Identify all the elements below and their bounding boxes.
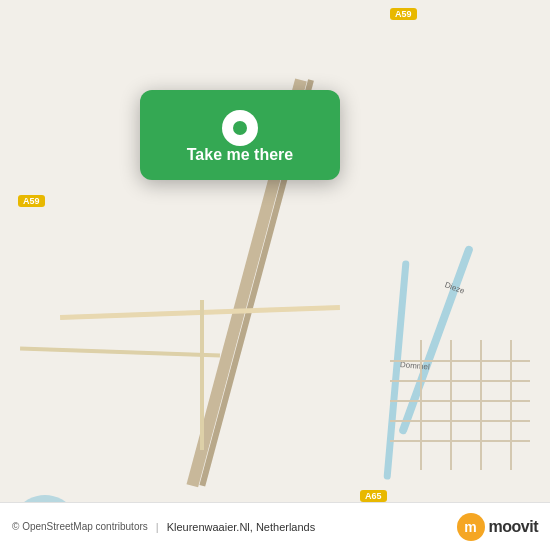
route-label-a59-3: A59 — [390, 8, 417, 20]
map-container: A59 A59 A59 A65 Dieze Dommel Take me the… — [0, 0, 550, 550]
bottom-left-info: © OpenStreetMap contributors | Kleurenwa… — [12, 521, 315, 533]
take-me-there-button[interactable]: Take me there — [187, 146, 293, 164]
separator: | — [156, 521, 159, 533]
moovit-logo: m moovit — [457, 513, 538, 541]
route-label-a59-2: A59 — [18, 195, 45, 207]
map-popup[interactable]: Take me there — [140, 90, 340, 180]
location-pin-dot — [233, 121, 247, 135]
location-label: Kleurenwaaier.Nl, Netherlands — [167, 521, 316, 533]
attribution-text: © OpenStreetMap contributors — [12, 521, 148, 532]
osm-label: OpenStreetMap contributors — [22, 521, 148, 532]
copyright-symbol: © — [12, 521, 19, 532]
location-pin — [222, 110, 258, 146]
bottom-bar: © OpenStreetMap contributors | Kleurenwa… — [0, 502, 550, 550]
urban-grid — [390, 340, 530, 470]
road-vertical-1 — [200, 300, 204, 450]
moovit-text: moovit — [489, 518, 538, 536]
route-label-a65: A65 — [360, 490, 387, 502]
moovit-m-letter: m — [464, 519, 476, 535]
moovit-icon: m — [457, 513, 485, 541]
